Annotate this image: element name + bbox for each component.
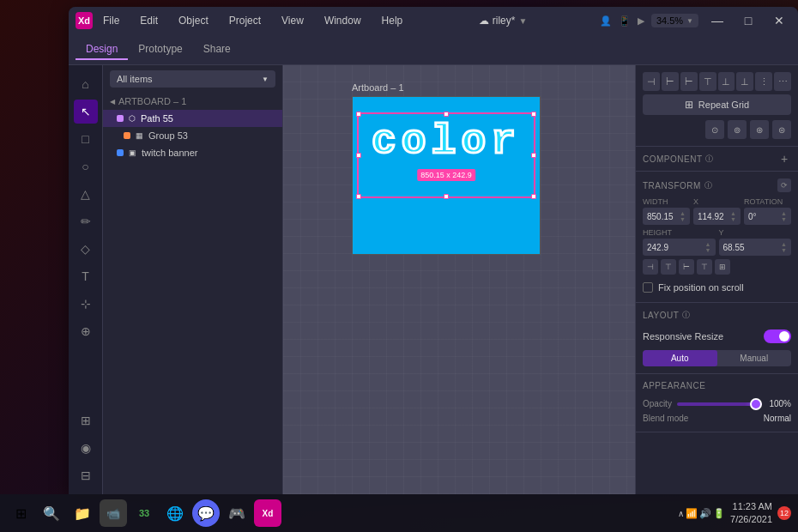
chevron-up-icon[interactable]: ∧	[678, 509, 684, 518]
menu-help[interactable]: Help	[378, 13, 407, 28]
menu-object[interactable]: Object	[175, 13, 212, 28]
selection-handle-tr[interactable]	[531, 112, 536, 117]
transform-row-1: WIDTH 850.15 ▲▼ X 114.92 ▲▼	[643, 197, 791, 225]
width-input[interactable]: 850.15 ▲▼	[643, 208, 690, 225]
menu-view[interactable]: View	[278, 13, 307, 28]
home-tool[interactable]: ⌂	[74, 72, 98, 96]
copy-svg-btn[interactable]: ⊚	[728, 120, 747, 139]
taskbar-game[interactable]: 🎮	[223, 499, 251, 527]
selection-handle-tl[interactable]	[356, 112, 361, 117]
align-extra-btn[interactable]: ⋯	[774, 72, 791, 91]
pen-tool[interactable]: ✏	[74, 209, 98, 233]
battery-icon[interactable]: 🔋	[713, 508, 725, 519]
artboard-frame[interactable]: color 850.15 x 242.9	[352, 96, 541, 255]
appearance-section: APPEARANCE Opacity 100% Blend mode Norma…	[636, 374, 798, 432]
grid-icon[interactable]: ⊞	[74, 408, 98, 432]
taskbar-video[interactable]: 📹	[100, 499, 127, 527]
zoom-tool[interactable]: ⊕	[74, 319, 98, 343]
selection-handle-mr[interactable]	[531, 153, 536, 158]
maximize-button[interactable]: □	[736, 12, 760, 29]
responsive-toggle[interactable]	[764, 329, 791, 343]
copy-css-btn[interactable]: ⊙	[705, 120, 724, 139]
component-add-button[interactable]: +	[777, 152, 791, 166]
taskbar-search[interactable]: 🔍	[38, 499, 65, 527]
t-align-center[interactable]: ⊤	[661, 259, 676, 275]
taskbar-app-33[interactable]: 33	[130, 499, 158, 527]
notification-badge[interactable]: 12	[777, 506, 791, 520]
chevron-down-icon[interactable]: ▼	[518, 16, 527, 26]
preview-icon[interactable]: 👤	[600, 15, 612, 27]
menu-edit[interactable]: Edit	[136, 13, 161, 28]
align-left-btn[interactable]: ⊣	[643, 72, 660, 91]
y-field: Y 68.55 ▲▼	[719, 228, 792, 256]
align-bottom-btn[interactable]: ⊥	[736, 72, 753, 91]
layer-panel-header: All items ▼	[103, 65, 282, 93]
tab-design[interactable]: Design	[76, 39, 128, 60]
align-center-h-btn[interactable]: ⊢	[662, 72, 679, 91]
align-center-v-btn[interactable]: ⊥	[718, 72, 735, 91]
t-align-top[interactable]: ⊤	[697, 259, 712, 275]
x-input[interactable]: 114.92 ▲▼	[693, 208, 741, 225]
menu-window[interactable]: Window	[321, 13, 365, 28]
plugins-icon[interactable]: ⊟	[74, 463, 98, 487]
close-button[interactable]: ✕	[767, 12, 791, 29]
alignment-section: ⊣ ⊢ ⊢ ⊤ ⊥ ⊥ ⋮ ⋯ ⊞ Repeat Grid ⊙ ⊚	[636, 65, 798, 147]
rotation-input[interactable]: 0° ▲▼	[744, 208, 791, 225]
brush-tool[interactable]: ◇	[74, 237, 98, 261]
taskbar-files[interactable]: 📁	[69, 499, 96, 527]
tab-prototype[interactable]: Prototype	[128, 39, 192, 60]
taskbar-browser[interactable]: 🌐	[161, 499, 189, 527]
taskbar-left: ⊞ 🔍 📁 📹 33 🌐 💬 🎮 Xd	[7, 499, 281, 527]
layer-filter-dropdown[interactable]: All items ▼	[110, 70, 275, 88]
opacity-thumb[interactable]	[750, 398, 762, 410]
select-tool[interactable]: ↖	[74, 100, 98, 124]
t-align-left[interactable]: ⊣	[643, 259, 658, 275]
distribute-btn[interactable]: ⋮	[755, 72, 772, 91]
height-input[interactable]: 242.9 ▲▼	[643, 239, 716, 256]
clock[interactable]: 11:23 AM 7/26/2021	[730, 500, 772, 527]
zoom-control[interactable]: 34.5% ▼	[651, 14, 698, 27]
taskbar-xd[interactable]: Xd	[254, 499, 281, 527]
copy-spec-btn[interactable]: ⊜	[772, 120, 791, 139]
canvas-area[interactable]: Artboard – 1 color 850.15 x 242.9	[283, 65, 635, 494]
taskbar-chat[interactable]: 💬	[192, 499, 220, 527]
wifi-icon[interactable]: 📶	[686, 508, 698, 519]
selection-handle-br[interactable]	[531, 194, 536, 199]
collapse-icon[interactable]: ◀	[110, 98, 115, 106]
y-input[interactable]: 68.55 ▲▼	[719, 239, 792, 256]
play-icon[interactable]: ▶	[638, 15, 644, 27]
menu-file[interactable]: File	[100, 13, 123, 28]
selection-handle-bl[interactable]	[356, 194, 361, 199]
copy-img-btn[interactable]: ⊛	[750, 120, 769, 139]
t-align-right[interactable]: ⊢	[679, 259, 694, 275]
auto-segment-btn[interactable]: Auto	[643, 350, 717, 366]
align-right-btn[interactable]: ⊢	[680, 72, 698, 91]
taskbar-right: ∧ 📶 🔊 🔋 11:23 AM 7/26/2021 12	[678, 500, 791, 527]
start-button[interactable]: ⊞	[7, 499, 34, 527]
username[interactable]: riley*	[493, 15, 516, 27]
crop-tool[interactable]: ⊹	[74, 292, 98, 316]
triangle-tool[interactable]: △	[74, 182, 98, 206]
selection-handle-bm[interactable]	[444, 194, 449, 199]
layer-item-path55[interactable]: ⬡ Path 55	[103, 110, 282, 127]
selection-handle-tm[interactable]	[444, 112, 449, 117]
rectangle-tool[interactable]: □	[74, 127, 98, 151]
t-align-bottom[interactable]: ⊞	[715, 259, 730, 275]
sound-icon[interactable]: 🔊	[699, 508, 711, 519]
mobile-icon[interactable]: 📱	[619, 15, 631, 27]
minimize-button[interactable]: —	[705, 12, 729, 29]
layers-icon[interactable]: ◉	[74, 436, 98, 460]
opacity-slider[interactable]	[677, 402, 762, 406]
ellipse-tool[interactable]: ○	[74, 154, 98, 178]
repeat-grid-button[interactable]: ⊞ Repeat Grid	[643, 94, 791, 115]
transform-more-btn[interactable]: ⟳	[777, 178, 791, 192]
fix-position-checkbox[interactable]	[643, 282, 653, 293]
text-tool[interactable]: T	[74, 264, 98, 288]
menu-project[interactable]: Project	[226, 13, 264, 28]
home-icon: ⌂	[82, 77, 88, 91]
align-top-btn[interactable]: ⊤	[699, 72, 716, 91]
layer-item-twitch[interactable]: ▣ twitch banner	[103, 144, 282, 161]
tab-share[interactable]: Share	[193, 39, 241, 60]
layer-item-group53[interactable]: ▦ Group 53	[103, 127, 282, 144]
manual-segment-btn[interactable]: Manual	[717, 350, 792, 366]
